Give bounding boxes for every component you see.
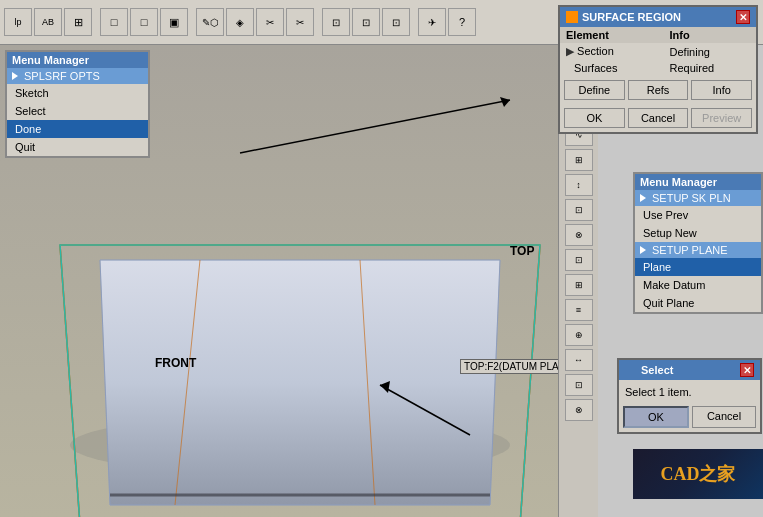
select-dialog-buttons: OK Cancel xyxy=(619,402,760,432)
menu-item-select[interactable]: Select xyxy=(7,102,148,120)
table-cell-section-arrow: ▶ Section xyxy=(560,43,664,60)
side-btn-13[interactable]: ↔ xyxy=(565,349,593,371)
surface-region-close-button[interactable]: ✕ xyxy=(736,10,750,24)
dialog-select-icon xyxy=(625,364,637,376)
toolbar-btn-box1[interactable]: □ xyxy=(100,8,128,36)
table-cell-surfaces: Surfaces xyxy=(560,60,664,76)
menu-item-quit-plane[interactable]: Quit Plane xyxy=(635,294,761,312)
section-triangle-icon-2 xyxy=(640,194,646,202)
menu-manager-right-header: Menu Manager xyxy=(635,174,761,190)
side-btn-14[interactable]: ⊡ xyxy=(565,374,593,396)
toolbar-btn-layer1[interactable]: ⊡ xyxy=(322,8,350,36)
svg-text:FRONT: FRONT xyxy=(155,356,197,370)
toolbar-btn-help[interactable]: ? xyxy=(448,8,476,36)
table-cell-surfaces-info: Required xyxy=(664,60,756,76)
table-row-section: ▶ Section Defining xyxy=(560,43,756,60)
surface-region-buttons-row2: OK Cancel Preview xyxy=(560,104,756,132)
toolbar-btn-layer3[interactable]: ⊡ xyxy=(382,8,410,36)
menu-item-sketch[interactable]: Sketch xyxy=(7,84,148,102)
info-button[interactable]: Info xyxy=(691,80,752,100)
surface-region-title: SURFACE REGION ✕ xyxy=(560,7,756,27)
menu-manager-right: Menu Manager SETUP SK PLN Use Prev Setup… xyxy=(633,172,763,314)
surface-region-dialog: SURFACE REGION ✕ Element Info ▶ Section … xyxy=(558,5,758,134)
side-btn-9[interactable]: ⊡ xyxy=(565,249,593,271)
toolbar-btn-layer2[interactable]: ⊡ xyxy=(352,8,380,36)
side-btn-11[interactable]: ≡ xyxy=(565,299,593,321)
toolbar-btn-grid[interactable]: ⊞ xyxy=(64,8,92,36)
toolbar-btn-fly[interactable]: ✈ xyxy=(418,8,446,36)
cad-logo: CAD之家 xyxy=(633,449,763,499)
menu-manager-left-section: SPLSRF OPTS xyxy=(7,68,148,84)
svg-text:TOP: TOP xyxy=(510,244,534,258)
menu-item-setup-new[interactable]: Setup New xyxy=(635,224,761,242)
side-btn-6[interactable]: ↕ xyxy=(565,174,593,196)
define-button[interactable]: Define xyxy=(564,80,625,100)
toolbar-btn-ab[interactable]: AB xyxy=(34,8,62,36)
svg-marker-3 xyxy=(100,260,500,505)
side-btn-5[interactable]: ⊞ xyxy=(565,149,593,171)
dialog-surface-icon xyxy=(566,11,578,23)
side-btn-12[interactable]: ⊕ xyxy=(565,324,593,346)
menu-item-plane[interactable]: Plane xyxy=(635,258,761,276)
table-row-surfaces: Surfaces Required xyxy=(560,60,756,76)
select-dialog-close-button[interactable]: ✕ xyxy=(740,363,754,377)
table-cell-section-info: Defining xyxy=(664,43,756,60)
toolbar-btn-box2[interactable]: □ xyxy=(130,8,158,36)
preview-button[interactable]: Preview xyxy=(691,108,752,128)
side-btn-7[interactable]: ⊡ xyxy=(565,199,593,221)
toolbar-btn-filled[interactable]: ▣ xyxy=(160,8,188,36)
side-btn-15[interactable]: ⊗ xyxy=(565,399,593,421)
menu-item-use-prev[interactable]: Use Prev xyxy=(635,206,761,224)
menu-manager-left-header: Menu Manager xyxy=(7,52,148,68)
table-header-element: Element xyxy=(560,27,664,43)
menu-manager-left: Menu Manager SPLSRF OPTS Sketch Select D… xyxy=(5,50,150,158)
menu-item-make-datum[interactable]: Make Datum xyxy=(635,276,761,294)
datum-plane-label: TOP:F2(DATUM PLANE) xyxy=(460,359,558,374)
select-cancel-button[interactable]: Cancel xyxy=(692,406,756,428)
select-message: Select 1 item. xyxy=(619,380,760,402)
section-triangle-icon-3 xyxy=(640,246,646,254)
toolbar-btn-sketch[interactable]: ✎⬡ xyxy=(196,8,224,36)
surface-region-buttons-row1: Define Refs Info xyxy=(560,76,756,104)
section-triangle-icon xyxy=(12,72,18,80)
menu-section-setup-sk-pln: SETUP SK PLN xyxy=(635,190,761,206)
toolbar-btn-cut1[interactable]: ✂ xyxy=(256,8,284,36)
select-dialog: Select ✕ Select 1 item. OK Cancel xyxy=(617,358,762,434)
toolbar-btn-cut2[interactable]: ✂ xyxy=(286,8,314,36)
refs-button[interactable]: Refs xyxy=(628,80,689,100)
select-dialog-title: Select ✕ xyxy=(619,360,760,380)
cad-logo-text: CAD之家 xyxy=(661,462,736,486)
select-ok-button[interactable]: OK xyxy=(623,406,689,428)
ok-button[interactable]: OK xyxy=(564,108,625,128)
side-btn-10[interactable]: ⊞ xyxy=(565,274,593,296)
menu-item-quit[interactable]: Quit xyxy=(7,138,148,156)
cancel-button[interactable]: Cancel xyxy=(628,108,689,128)
toolbar-btn-view[interactable]: ◈ xyxy=(226,8,254,36)
surface-region-table: Element Info ▶ Section Defining Surfaces… xyxy=(560,27,756,76)
menu-section-setup-plane: SETUP PLANE xyxy=(635,242,761,258)
side-btn-8[interactable]: ⊗ xyxy=(565,224,593,246)
menu-item-done[interactable]: Done xyxy=(7,120,148,138)
table-header-info: Info xyxy=(664,27,756,43)
toolbar-btn-text[interactable]: lp xyxy=(4,8,32,36)
